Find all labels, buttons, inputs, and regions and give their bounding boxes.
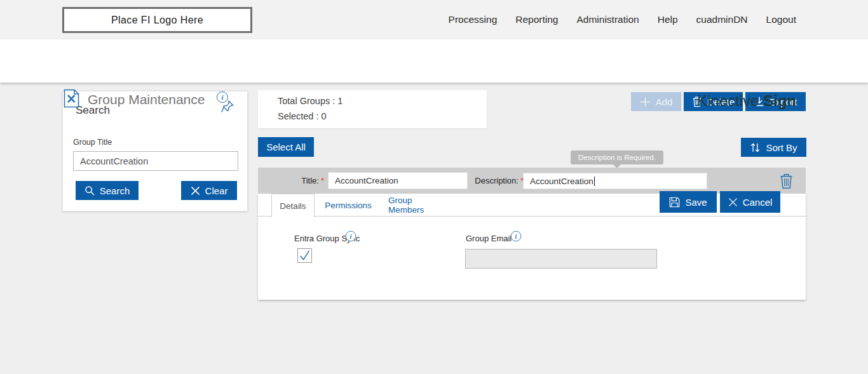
select-all-label: Select All	[266, 142, 306, 152]
group-title-label: Group Title	[73, 138, 112, 147]
group-title-input[interactable]	[73, 151, 238, 171]
selected-count: Selected : 0	[278, 111, 327, 121]
description-input[interactable]: AccountCreation	[523, 173, 707, 189]
description-value: AccountCreation	[530, 177, 593, 186]
top-navigation: Processing Reporting Administration Help…	[449, 0, 796, 39]
entra-group-sync-info-icon[interactable]: i	[346, 231, 356, 242]
clear-button[interactable]: Clear	[181, 181, 237, 200]
group-email-label: Group Email	[466, 234, 512, 243]
save-button-label: Save	[685, 197, 707, 208]
description-label-text: Description:	[475, 176, 519, 185]
description-required-tooltip: Description is Required.	[571, 150, 663, 164]
page-title-info-icon[interactable]: i	[217, 91, 228, 103]
row-trash-icon[interactable]	[779, 173, 794, 192]
page-header: Group Maintenance i Kinective Sign	[0, 39, 868, 83]
tab-group-members[interactable]: Group Members	[388, 194, 449, 217]
group-email-info-icon[interactable]: i	[511, 231, 522, 242]
select-all-button[interactable]: Select All	[258, 137, 314, 157]
search-button[interactable]: Search	[76, 181, 139, 200]
title-label-text: Title:	[301, 176, 319, 185]
title-required-marker: *	[321, 176, 324, 185]
nav-logout[interactable]: Logout	[766, 14, 796, 25]
nav-help[interactable]: Help	[658, 14, 678, 25]
nav-processing[interactable]: Processing	[449, 14, 498, 25]
group-maintenance-page: Place FI Logo Here Processing Reporting …	[0, 0, 868, 374]
cancel-button[interactable]: Cancel	[720, 191, 780, 213]
cancel-button-label: Cancel	[743, 197, 773, 208]
page-title: Group Maintenance	[88, 92, 205, 107]
group-email-input-disabled	[465, 249, 657, 269]
title-field-label: Title:*	[258, 176, 324, 185]
tab-details[interactable]: Details	[271, 194, 315, 217]
title-input[interactable]	[328, 172, 468, 189]
top-bar: Place FI Logo Here Processing Reporting …	[0, 0, 868, 39]
add-button[interactable]: Add	[631, 92, 681, 111]
nav-user-cuadmindn[interactable]: cuadminDN	[696, 14, 748, 25]
save-button[interactable]: Save	[660, 191, 717, 213]
total-groups-count: Total Groups : 1	[278, 96, 342, 106]
text-caret	[594, 177, 595, 186]
brand-product: Sign	[763, 92, 796, 109]
description-field-label: Description:*	[468, 176, 524, 185]
tab-permissions[interactable]: Permissions	[324, 194, 372, 217]
entra-group-sync-checkbox[interactable]	[297, 248, 312, 263]
search-panel: Search Group Title Search Clear	[62, 91, 248, 211]
sort-by-label: Sort By	[766, 142, 797, 153]
group-edit-row: Title:* Description:* AccountCreation	[258, 168, 806, 194]
nav-administration[interactable]: Administration	[576, 14, 639, 25]
clear-button-label: Clear	[205, 185, 228, 196]
brand-logo: Kinective Sign	[697, 92, 796, 110]
add-button-label: Add	[656, 97, 673, 107]
search-button-label: Search	[100, 185, 130, 196]
nav-reporting[interactable]: Reporting	[515, 14, 558, 25]
fi-logo-placeholder: Place FI Logo Here	[62, 7, 252, 33]
brand-name: Kinective	[697, 92, 759, 109]
group-maintenance-icon	[64, 89, 79, 110]
groups-summary: Total Groups : 1 Selected : 0	[258, 90, 487, 128]
sort-by-button[interactable]: Sort By	[741, 138, 806, 157]
